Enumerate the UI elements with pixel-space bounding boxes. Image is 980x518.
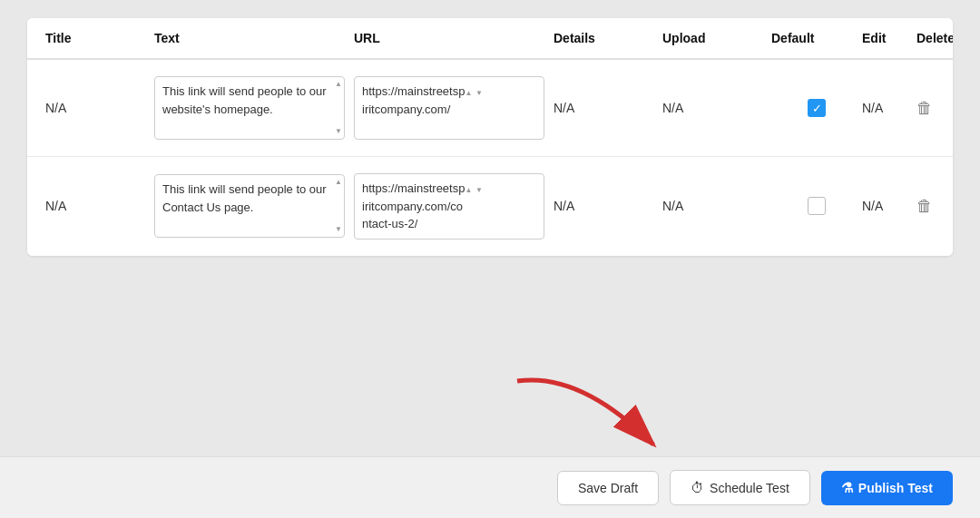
row2-default-cell[interactable] [771,197,862,215]
row1-checkbox-checked[interactable]: ✓ [808,99,826,117]
col-default: Default [771,31,862,45]
row2-text-cell: This link will send people to our Contac… [154,174,354,238]
row2-url-content: https://mainstreetspiritcompany.com/cont… [362,180,465,233]
row2-title: N/A [45,199,154,213]
row1-scroll-arrows: ▲ ▼ [335,77,342,139]
row2-url-cell: https://mainstreetspiritcompany.com/cont… [354,173,554,239]
row2-scroll-down[interactable]: ▼ [335,226,342,233]
row2-scroll-arrows: ▲ ▼ [335,175,342,237]
col-title: Title [45,31,154,45]
table-row: N/A This link will send people to our we… [27,60,953,157]
col-url: URL [354,31,554,45]
row1-url-area[interactable]: https://mainstreetspiritcompany.com/ ▲ ▼ [354,76,544,140]
save-draft-button[interactable]: Save Draft [557,471,659,505]
row1-scroll-up[interactable]: ▲ [335,81,342,88]
row1-text-content: This link will send people to our websit… [162,83,328,118]
row1-upload: N/A [662,101,771,115]
row1-text-area[interactable]: This link will send people to our websit… [154,76,345,140]
row1-default-cell[interactable]: ✓ [771,99,862,117]
row2-url-scroll-up[interactable]: ▲ [465,186,472,194]
row1-url-content: https://mainstreetspiritcompany.com/ [362,83,465,118]
row2-edit: N/A [862,199,916,213]
schedule-test-button[interactable]: ⏱ Schedule Test [670,470,810,505]
row2-details: N/A [554,199,662,213]
col-edit: Edit [862,31,916,45]
main-content: Title Text URL Details Upload Default Ed… [0,0,980,256]
row1-scroll-down[interactable]: ▼ [335,128,342,135]
trash-icon-2[interactable]: 🗑 [916,197,933,215]
row2-upload: N/A [662,199,771,213]
row1-url-scroll: ▲ ▼ [465,83,482,101]
publish-test-button[interactable]: ⚗ Publish Test [821,471,953,505]
publish-label: Publish Test [858,481,933,495]
table-row: N/A This link will send people to our Co… [27,157,953,256]
row2-url-scroll-down[interactable]: ▼ [475,186,483,194]
col-delete: Delete [916,31,953,45]
col-details: Details [554,31,662,45]
col-upload: Upload [662,31,771,45]
col-text: Text [154,31,354,45]
flask-icon: ⚗ [841,480,853,496]
row1-url-scroll-up[interactable]: ▲ [465,89,472,97]
row2-url-scroll: ▲ ▼ [465,180,482,198]
table-header: Title Text URL Details Upload Default Ed… [27,18,953,60]
row1-title: N/A [45,101,154,115]
row1-url-cell: https://mainstreetspiritcompany.com/ ▲ ▼ [354,76,554,140]
row2-text-content: This link will send people to our Contac… [162,181,328,216]
page-wrapper: Title Text URL Details Upload Default Ed… [0,0,980,518]
row2-url-area[interactable]: https://mainstreetspiritcompany.com/cont… [354,173,544,239]
row1-details: N/A [554,101,662,115]
row1-url-scroll-down[interactable]: ▼ [475,89,483,97]
row1-text-cell: This link will send people to our websit… [154,76,354,140]
footer-bar: Save Draft ⏱ Schedule Test ⚗ Publish Tes… [0,456,980,518]
clock-icon: ⏱ [691,480,704,495]
row1-edit: N/A [862,101,916,115]
row2-scroll-up[interactable]: ▲ [335,179,342,186]
row2-text-area[interactable]: This link will send people to our Contac… [154,174,345,238]
trash-icon[interactable]: 🗑 [916,99,933,117]
row2-delete-cell[interactable]: 🗑 [916,197,953,216]
row1-delete-cell[interactable]: 🗑 [916,99,953,118]
schedule-label: Schedule Test [710,481,789,495]
table-container: Title Text URL Details Upload Default Ed… [27,18,953,256]
row2-checkbox-unchecked[interactable] [808,197,826,215]
